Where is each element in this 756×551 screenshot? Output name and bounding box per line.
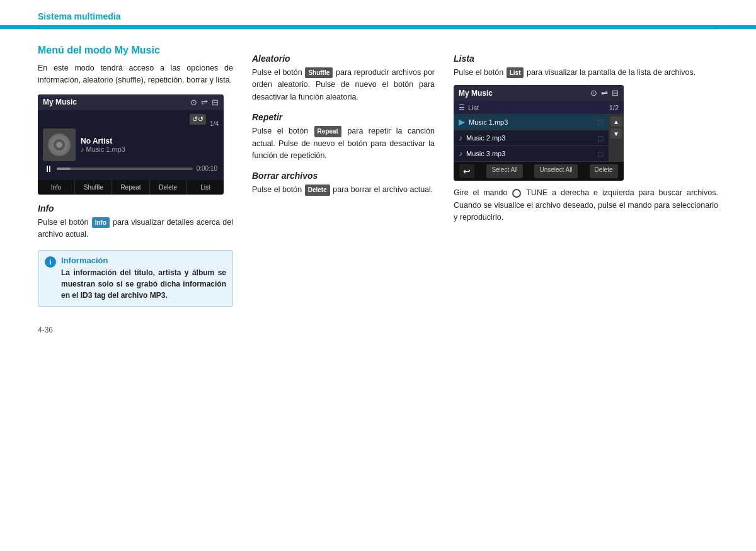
delete-button[interactable]: Delete — [150, 180, 187, 195]
list-item-2-name: Music 2.mp3 — [466, 134, 505, 142]
progress-bar — [57, 168, 193, 170]
list-button[interactable]: List — [187, 180, 224, 195]
repetir-text: Pulse el botón Repeat para repetir la ca… — [252, 125, 435, 162]
player-track-row: No Artist ♪ Music 1.mp3 — [43, 128, 219, 161]
note-icon-3: ♪ — [459, 149, 462, 158]
list-item-1-check: ▢ — [597, 118, 604, 126]
list-ui: My Music ⊙ ⇌ ⊟ ☰ List 1/2 — [454, 85, 624, 181]
player-time: 0:00:10 — [197, 165, 217, 172]
list-body: ▶ Music 1.mp3 ▢ ♪ Music 2.mp3 ▢ — [454, 114, 624, 162]
info-circle-icon: i — [45, 256, 56, 268]
list-btn-label: List — [507, 67, 524, 79]
page-header: Sistema multimedia — [0, 0, 756, 27]
player-controls: Info Shuffle Repeat Delete List — [38, 180, 224, 195]
shuffle-button[interactable]: Shuffle — [75, 180, 112, 195]
page-footer: 4-36 — [0, 319, 756, 347]
note-icon-2: ♪ — [459, 133, 462, 142]
tune-icon — [512, 189, 521, 198]
progress-fill — [57, 168, 71, 170]
list-controls: ↩ Select All Unselect All Delete — [454, 162, 624, 181]
list-title: My Music — [459, 89, 493, 98]
player-body: ↺↺ 1/4 No Artist ♪ Music 1.mp3 ⏸ — [38, 110, 224, 180]
lista-section: Lista Pulse el botón List para visualiza… — [454, 54, 718, 79]
aleatorio-subtitle: Aleatorio — [252, 54, 435, 64]
list-item-1-left: ▶ Music 1.mp3 — [459, 117, 508, 127]
page-number: 4-36 — [38, 326, 53, 334]
info-note-box: i Información La información del título,… — [38, 250, 233, 307]
info-box-title: Información — [61, 256, 226, 265]
disc-icon — [48, 133, 71, 156]
list-item-3-name: Music 3.mp3 — [466, 150, 505, 157]
middle-column: Aleatorio Pulse el botón Shuffle para re… — [252, 45, 454, 307]
usb-icon: ⊟ — [212, 98, 219, 107]
list-item[interactable]: ♪ Music 3.mp3 ▢ — [454, 146, 609, 162]
album-art — [43, 128, 76, 161]
aleatorio-text: Pulse el botón Shuffle para reproducir a… — [252, 67, 435, 103]
header-title: Sistema multimedia — [38, 11, 121, 25]
list-item[interactable]: ♪ Music 2.mp3 ▢ — [454, 130, 609, 146]
borrar-subtitle: Borrar archivos — [252, 171, 435, 181]
borrar-text: Pulse el botón Delete para borrar el arc… — [252, 184, 435, 196]
unselect-all-button[interactable]: Unselect All — [534, 164, 577, 178]
list-subheader-label: List — [468, 104, 479, 111]
pause-icon[interactable]: ⏸ — [44, 164, 53, 174]
intro-text: En este modo tendrá acceso a las opcione… — [38, 62, 233, 87]
info-note-content: Información La información del título, a… — [61, 256, 226, 301]
page-content: Menú del modo My Music En este modo tend… — [0, 30, 756, 319]
list-item-1-name: Music 1.mp3 — [469, 118, 508, 126]
select-all-button[interactable]: Select All — [486, 164, 522, 178]
bottom-text: Gire el mando TUNE a derecha e izquierda… — [454, 187, 718, 224]
scroll-down-button[interactable]: ▼ — [610, 128, 622, 139]
repeat-indicator: ↺↺ — [190, 114, 206, 125]
left-section-title: Menú del modo My Music — [38, 45, 233, 56]
track-num: 1/4 — [210, 120, 219, 127]
info-box-text: La información del título, artista y álb… — [61, 267, 226, 301]
list-header-icons: ⊙ ⇌ ⊟ — [590, 88, 619, 98]
list-circle-icon: ⊙ — [590, 88, 597, 98]
list-item-3-left: ♪ Music 3.mp3 — [459, 149, 505, 158]
left-column: Menú del modo My Music En este modo tend… — [38, 45, 252, 307]
info-section: Info Pulse el botón Info para visualizar… — [38, 203, 233, 241]
list-usb-icon: ⊟ — [612, 88, 619, 98]
list-subheader: ☰ List 1/2 — [454, 101, 624, 114]
repetir-subtitle: Repetir — [252, 112, 435, 122]
lista-subtitle: Lista — [454, 54, 718, 64]
list-header: My Music ⊙ ⇌ ⊟ — [454, 85, 624, 101]
repeat-button[interactable]: Repeat — [112, 180, 149, 195]
aleatorio-section: Aleatorio Pulse el botón Shuffle para re… — [252, 54, 435, 103]
list-page-num: 1/2 — [609, 104, 619, 111]
list-shuffle-icon: ⇌ — [601, 88, 608, 98]
player-artist: No Artist — [81, 137, 125, 145]
lista-text: Pulse el botón List para visualizar la p… — [454, 67, 718, 79]
shuffle-btn-label: Shuffle — [305, 67, 333, 79]
list-item[interactable]: ▶ Music 1.mp3 ▢ — [454, 114, 609, 130]
list-items: ▶ Music 1.mp3 ▢ ♪ Music 2.mp3 ▢ — [454, 114, 609, 162]
list-item-2-check: ▢ — [597, 134, 604, 142]
list-subheader-left: ☰ List — [459, 103, 479, 111]
info-button[interactable]: Info — [38, 180, 75, 195]
repeat-btn-label: Repeat — [314, 126, 341, 137]
shuffle-icon: ⇌ — [201, 98, 208, 107]
info-text: Pulse el botón Info para visualizar deta… — [38, 217, 233, 241]
back-button[interactable]: ↩ — [459, 164, 474, 178]
player-info: No Artist ♪ Music 1.mp3 — [81, 137, 125, 153]
player-title: My Music — [43, 98, 77, 106]
player-header: My Music ⊙ ⇌ ⊟ — [38, 94, 224, 110]
repetir-section: Repetir Pulse el botón Repeat para repet… — [252, 112, 435, 162]
circle-icon: ⊙ — [190, 98, 197, 107]
delete-all-button[interactable]: Delete — [590, 164, 618, 178]
borrar-section: Borrar archivos Pulse el botón Delete pa… — [252, 171, 435, 196]
music-note-icon: ♪ Music 1.mp3 — [81, 145, 125, 153]
scroll-buttons: ▲ ▼ — [609, 114, 624, 162]
info-btn-label: Info — [92, 217, 110, 229]
player-progress-row: ⏸ 0:00:10 — [43, 164, 219, 174]
right-column: Lista Pulse el botón List para visualiza… — [454, 45, 718, 307]
player-track: Music 1.mp3 — [86, 145, 125, 153]
scroll-up-button[interactable]: ▲ — [610, 116, 622, 127]
player-ui: My Music ⊙ ⇌ ⊟ ↺↺ 1/4 No Artist — [38, 94, 224, 195]
player-header-icons: ⊙ ⇌ ⊟ — [190, 98, 219, 107]
list-icon: ☰ — [459, 103, 465, 111]
list-item-3-check: ▢ — [597, 150, 604, 158]
play-icon: ▶ — [459, 117, 465, 127]
info-subtitle: Info — [38, 203, 233, 213]
